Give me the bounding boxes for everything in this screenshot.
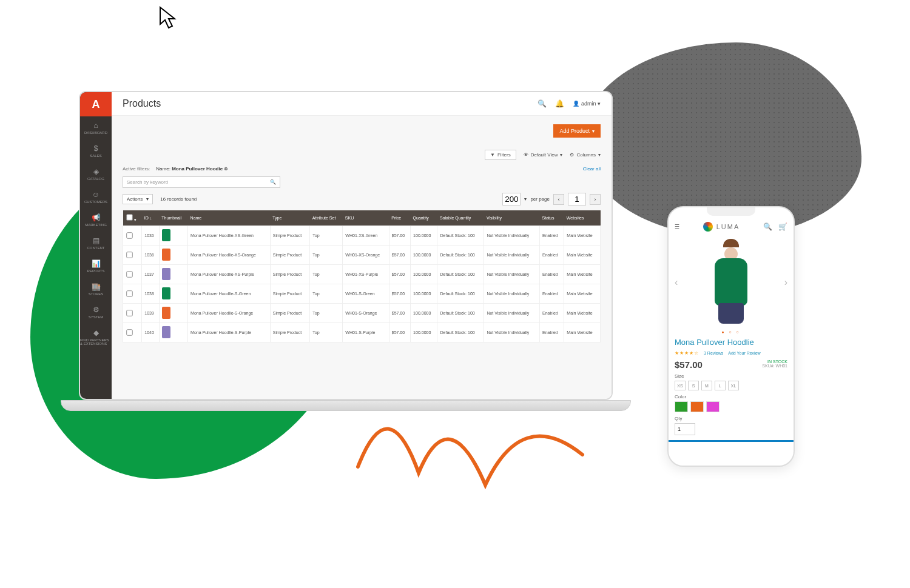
columns-button[interactable]: ⚙Columns ▾ [570,152,601,158]
page-number-input[interactable] [568,193,586,205]
notifications-icon[interactable]: 🔔 [555,99,564,108]
cell-id: 1038 [142,284,160,304]
table-row[interactable]: 1036Mona Pullover Hoodlie-XS-OrangeSimpl… [123,246,601,265]
table-row[interactable]: 1039Mona Pullover Hoodlie-S-OrangeSimple… [123,304,601,323]
cell-attr: Top [310,246,343,265]
carousel-prev-button[interactable]: ‹ [675,277,678,288]
size-option-m[interactable]: M [701,381,712,390]
row-checkbox[interactable] [126,290,132,296]
cell-type: Simple Product [270,284,310,304]
sidebar-item-reports[interactable]: 📊REPORTS [80,255,112,278]
table-header-cell[interactable]: Websites [564,210,601,226]
cell-salable: Default Stock: 100 [437,284,484,304]
sidebar-item-marketing[interactable]: 📢MARKETING [80,209,112,232]
chevron-down-icon: ▾ [146,196,149,202]
table-header-cell[interactable]: Price [389,210,410,226]
cell-sku: WH01-S-Green [343,284,389,304]
cell-name: Mona Pullover Hoodlie-XS-Green [188,226,271,246]
sidebar-item-content[interactable]: ▤CONTENT [80,232,112,255]
adobe-logo-icon[interactable]: A [80,92,112,116]
cell-type: Simple Product [270,265,310,284]
select-all-checkbox[interactable] [126,214,132,220]
size-option-xl[interactable]: XL [728,381,739,390]
chevron-down-icon[interactable]: ▾ [524,196,527,202]
row-checkbox[interactable] [126,329,132,335]
cell-name: Mona Pullover Hoodlie-S-Purple [188,323,271,342]
cell-visibility: Not Visible Individually [484,265,540,284]
size-option-l[interactable]: L [715,381,726,390]
per-page-input[interactable] [502,193,521,205]
cell-price: $57.00 [389,323,410,342]
add-product-button[interactable]: Add Product▾ [553,124,601,138]
table-header-cell[interactable]: Type [270,210,310,226]
table-header-cell[interactable]: Attribute Set [310,210,343,226]
color-swatch-orange[interactable] [690,401,704,412]
table-header-cell[interactable]: Name [188,210,271,226]
prev-page-button[interactable]: ‹ [553,194,564,205]
cell-id: 1037 [142,265,160,284]
sidebar-item-system[interactable]: ⚙SYSTEM [80,301,112,324]
sidebar-item-stores[interactable]: 🏬STORES [80,278,112,301]
table-header-cell[interactable]: ID ↓ [142,210,160,226]
search-input[interactable]: Search by keyword 🔍 [123,176,280,188]
cell-type: Simple Product [270,246,310,265]
color-swatch-green[interactable] [675,401,688,412]
cell-attr: Top [310,304,343,323]
sidebar-item-dashboard[interactable]: ⌂DASHBOARD [80,116,112,139]
sidebar-item-extensions[interactable]: ◆FIND PARTNERS & EXTENSIONS [80,324,112,350]
table-header-cell[interactable]: Visibility [484,210,540,226]
table-row[interactable]: 1037Mona Pullover Hoodlie-XS-PurpleSimpl… [123,265,601,284]
reports-icon: 📊 [92,259,101,268]
row-checkbox[interactable] [126,271,132,277]
product-image[interactable] [701,240,761,325]
user-menu[interactable]: 👤 admin ▾ [573,101,601,107]
cell-thumbnail [159,246,187,265]
table-header-cell[interactable]: Thumbnail [159,210,187,226]
actions-dropdown[interactable]: Actions▾ [123,194,153,204]
system-icon: ⚙ [93,306,99,314]
table-row[interactable]: 1038Mona Pullover Hoodlie-S-GreenSimple … [123,284,601,304]
row-checkbox[interactable] [126,232,132,238]
table-header-cell[interactable]: Status [540,210,564,226]
menu-icon[interactable]: ☰ [675,224,679,230]
cell-type: Simple Product [270,226,310,246]
sidebar-item-catalog[interactable]: ◈CATALOG [80,162,112,185]
cell-salable: Default Stock: 100 [437,323,484,342]
clear-all-link[interactable]: Clear all [583,166,601,172]
add-review-link[interactable]: Add Your Review [728,351,760,355]
reviews-link[interactable]: 3 Reviews [704,351,723,355]
cart-icon[interactable]: 🛒 [778,222,787,231]
row-checkbox[interactable] [126,252,132,258]
table-row[interactable]: 1040Mona Pullover Hoodlie-S-PurpleSimple… [123,323,601,342]
carousel-dots[interactable]: ● ○ ○ [675,330,787,334]
product-price: $57.00 [675,359,703,370]
admin-header: Products 🔍 🔔 👤 admin ▾ [112,92,612,116]
size-option-xs[interactable]: XS [675,381,686,390]
color-swatch-purple[interactable] [706,401,720,412]
cell-name: Mona Pullover Hoodlie-S-Orange [188,304,271,323]
search-icon[interactable]: 🔍 [538,99,547,108]
carousel-next-button[interactable]: › [784,277,787,288]
table-header-cell[interactable]: Quantity [411,210,437,226]
table-header-cell[interactable]: Salable Quantity [437,210,484,226]
table-row[interactable]: 1036Mona Pullover Hoodlie-XS-GreenSimple… [123,226,601,246]
extensions-icon: ◆ [93,329,99,337]
filter-icon: ▼ [490,152,495,158]
next-page-button[interactable]: › [590,194,601,205]
cell-attr: Top [310,226,343,246]
color-label: Color [675,394,787,399]
cell-id: 1039 [142,304,160,323]
sidebar-item-sales[interactable]: $SALES [80,139,112,162]
sidebar-item-customers[interactable]: ☺CUSTOMERS [80,185,112,209]
size-option-s[interactable]: S [688,381,699,390]
store-logo[interactable]: LUMA [703,222,740,232]
default-view-button[interactable]: 👁Default View ▾ [524,152,563,158]
table-header-cell[interactable]: ▾ [123,210,142,226]
search-icon: 🔍 [270,179,276,185]
row-checkbox[interactable] [126,310,132,316]
table-header-cell[interactable]: SKU [343,210,389,226]
filters-button[interactable]: ▼Filters [485,150,516,160]
qty-input[interactable] [675,423,695,435]
add-to-cart-bar[interactable] [669,440,794,442]
search-icon[interactable]: 🔍 [763,222,772,231]
